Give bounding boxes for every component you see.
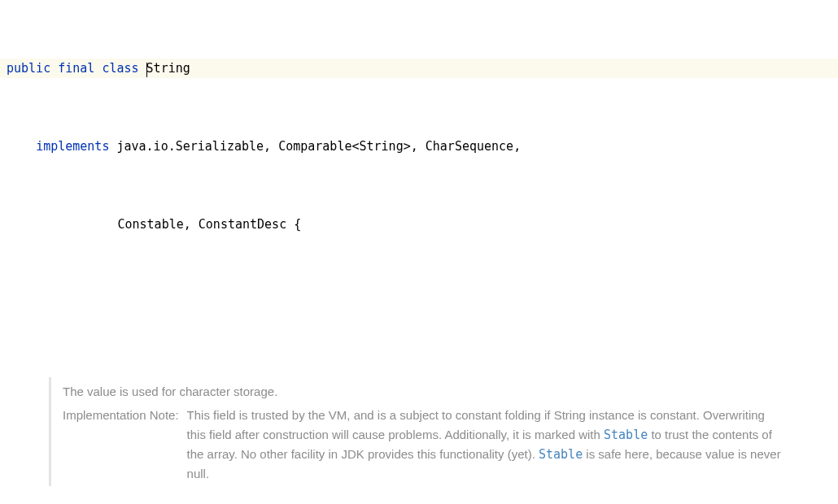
implements-list-2: Constable, ConstantDesc {	[117, 217, 301, 232]
keyword-class: class	[102, 61, 138, 76]
keyword-public: public	[7, 61, 50, 76]
code-line-implements-2[interactable]: Constable, ConstantDesc {	[0, 215, 838, 234]
javadoc-summary: The value is used for character storage.	[63, 382, 786, 401]
class-name: String	[146, 61, 190, 76]
javadoc-code-ref: Stable	[539, 447, 583, 462]
javadoc-code-ref: Stable	[604, 428, 648, 442]
keyword-implements: implements	[36, 139, 109, 154]
keyword-final: final	[58, 61, 94, 76]
code-editor[interactable]: public final class String implements jav…	[0, 0, 838, 504]
code-line-class-decl[interactable]: public final class String	[0, 59, 838, 78]
javadoc-impl-note-text: This field is trusted by the VM, and is …	[187, 406, 786, 483]
javadoc-impl-note-label: Implementation Note:	[63, 406, 187, 483]
implements-list-1: java.io.Serializable, Comparable<String>…	[116, 139, 521, 154]
code-line-implements-1[interactable]: implements java.io.Serializable, Compara…	[0, 137, 838, 156]
text-cursor	[146, 63, 147, 77]
javadoc-block-value: The value is used for character storage.…	[49, 377, 797, 486]
blank-line	[0, 293, 838, 309]
